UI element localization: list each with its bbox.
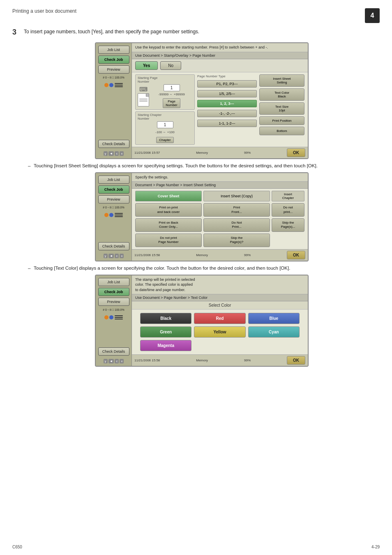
- page-header-title: Printing a user box document: [12, 8, 76, 14]
- screen1-type2-btn[interactable]: 1/5, 2/5---: [197, 90, 257, 97]
- screen2-nav-right[interactable]: x: [120, 254, 124, 258]
- screen1-status-icons: [104, 82, 123, 88]
- screen1-starting-chapter-value[interactable]: 1: [157, 121, 173, 128]
- screen1-text-color-btn[interactable]: Text Color Black: [259, 88, 304, 101]
- screen2-btn8[interactable]: Skip the Page(s)?: [203, 234, 270, 247]
- screen2-cover-sheet-header[interactable]: Cover Sheet: [135, 191, 202, 201]
- screen1-bottom-icons-row: y ◄ c x: [104, 151, 124, 156]
- screen2-btn6[interactable]: Skip the Page(s)...: [272, 218, 304, 232]
- screen2-check-details-button[interactable]: Check Details: [98, 242, 129, 250]
- screen1-starting-page-section: Starting PageNumber ⌨: [135, 74, 195, 110]
- screen2-insert-chapter-header[interactable]: Insert Chapter: [272, 191, 304, 201]
- screen2-insert-grid: Cover Sheet Insert Sheet (Copy) Insert C…: [132, 189, 308, 249]
- screen2-empty-cell: [272, 234, 304, 247]
- screen1-icon-orange: [104, 83, 108, 87]
- screen3-icon-blue: [109, 315, 113, 319]
- screen2-status-text: # 0→II □ 100.0%: [103, 206, 124, 209]
- screen3-ok-btn[interactable]: OK: [287, 356, 305, 365]
- screen2: Job List Check Job Preview # 0→II □ 100.…: [95, 172, 309, 261]
- screen1-nav-right[interactable]: x: [120, 151, 124, 156]
- screen2-btn5[interactable]: Do Not Print...: [203, 218, 270, 232]
- screen1-bottom-bar: 11/21/2006 15:57 Memory 99% OK: [132, 147, 308, 158]
- screen1-doc-thumb: [138, 93, 149, 106]
- screen1-keypad-icon: ⌨: [139, 86, 148, 92]
- screen3-blue-btn[interactable]: Blue: [248, 313, 300, 324]
- screen1-type5-btn[interactable]: 1-1, 1-2---: [197, 120, 257, 127]
- screen2-nav-left[interactable]: ◄: [108, 254, 114, 258]
- screen2-preview-button[interactable]: Preview: [98, 195, 129, 204]
- screen1-yes-button[interactable]: Yes: [135, 61, 158, 70]
- screen1: Job List Check Job Preview # 0→II □ 100.…: [95, 42, 309, 159]
- screen3-preview-button[interactable]: Preview: [98, 298, 129, 306]
- bullet1-text: Touching [Insert Sheet Setting] displays…: [28, 163, 380, 168]
- screen2-btn4[interactable]: Print on Back Cover Only...: [135, 218, 202, 232]
- screen3-cyan-btn[interactable]: Cyan: [248, 326, 300, 338]
- screen3-job-list-button[interactable]: Job List: [98, 278, 129, 286]
- screen3-magenta-btn[interactable]: Magenta: [140, 340, 191, 351]
- screen1-type3-btn[interactable]: 1, 2, 3---: [197, 100, 257, 107]
- screen1-msg-bar: Use the keypad to enter the starting num…: [132, 43, 308, 52]
- screen1-check-details-button[interactable]: Check Details: [98, 140, 129, 148]
- screen1-page-type-title: Page Number Type: [197, 74, 257, 78]
- screen1-preview-button[interactable]: Preview: [98, 65, 129, 74]
- screen2-nav-y[interactable]: y: [104, 254, 108, 258]
- screen3-left-panel: Job List Check Job Preview # 0→II □ 100.…: [96, 275, 132, 366]
- screen1-print-position-btn[interactable]: Print Position: [259, 116, 304, 125]
- screen1-insert-sheet-btn[interactable]: Insert Sheet Setting: [259, 74, 304, 87]
- screen2-job-list-button[interactable]: Job List: [98, 176, 129, 184]
- screen1-config-left: Starting PageNumber ⌨: [135, 74, 195, 145]
- screen2-ok-btn[interactable]: OK: [287, 251, 305, 259]
- screen2-bottom-status: y ◄ c x: [104, 254, 124, 258]
- screen3-check-job-button[interactable]: Check Job: [98, 288, 129, 296]
- screen1-starting-page-value[interactable]: 1: [164, 84, 180, 91]
- screen1-nav-mid[interactable]: c: [115, 151, 119, 156]
- screen1-icon-blue: [109, 83, 113, 87]
- screen1-doc-line3: [139, 101, 148, 102]
- screen3-nav-mid[interactable]: c: [115, 359, 119, 363]
- screen1-text-size-btn[interactable]: Text Size 10pt: [259, 102, 304, 115]
- screen2-status-row: # 0→II □ 100.0%: [97, 206, 130, 209]
- screen1-chapter-btn[interactable]: Chapter: [156, 137, 173, 143]
- screen2-btn7[interactable]: Do not print Page Number: [135, 234, 202, 247]
- screen2-btn1[interactable]: Print on print and back cover: [135, 203, 202, 217]
- screen3-breadcrumb: Use Document > Page Number > Text Color: [132, 294, 308, 301]
- screen1-job-list-button[interactable]: Job List: [98, 46, 129, 54]
- screen1-no-button[interactable]: No: [160, 61, 181, 70]
- screen1-yes-no-row: Yes No: [132, 59, 308, 72]
- screen3-black-btn[interactable]: Black: [140, 313, 191, 324]
- screen1-check-job-button[interactable]: Check Job: [98, 56, 129, 64]
- screen1-type4-btn[interactable]: -1-, -2-,---: [197, 110, 257, 117]
- screen1-bottom-btn[interactable]: Bottom: [259, 127, 304, 135]
- screen3-lines-icon: [114, 314, 123, 320]
- screen1-breadcrumb: Use Document > Stamp/Overlay > Page Numb…: [132, 52, 308, 59]
- screen3-nav-right[interactable]: x: [120, 359, 124, 363]
- screen1-main-panel: Use the keypad to enter the starting num…: [132, 43, 308, 158]
- screen2-container: Job List Check Job Preview # 0→II □ 100.…: [24, 172, 380, 261]
- bullet2-text: Touching [Text Color] displays a screen …: [28, 266, 380, 271]
- screen3-green-btn[interactable]: Green: [140, 326, 191, 338]
- screen2-btn3[interactable]: Do not print...: [272, 203, 304, 217]
- screen2-nav-mid[interactable]: c: [115, 254, 119, 258]
- screen1-bottom-status: y ◄ c x: [104, 151, 124, 156]
- footer-page: 4-29: [371, 545, 380, 549]
- screen1-nav-y[interactable]: y: [104, 151, 108, 156]
- screen2-icon-orange: [104, 213, 108, 217]
- screen2-check-job-button[interactable]: Check Job: [98, 185, 129, 194]
- screen2-breadcrumb: Document > Page Number > Insert Sheet Se…: [132, 182, 308, 189]
- screen3-msg-bar: The stamp will be printed in selected co…: [132, 275, 308, 295]
- screen3-nav-left[interactable]: ◄: [108, 359, 114, 363]
- screen2-insert-sheet-copy-header[interactable]: Insert Sheet (Copy): [203, 191, 270, 201]
- screen3-yellow-btn[interactable]: Yellow: [194, 326, 245, 338]
- screen1-ok-btn[interactable]: OK: [287, 148, 305, 157]
- screen3-nav-y[interactable]: y: [104, 359, 108, 363]
- screen2-status-icons: [104, 212, 123, 218]
- screen2-msg-bar: Specify the settings.: [132, 173, 308, 182]
- screen1-memory-pct: 99%: [244, 151, 251, 155]
- screen3-check-details-button[interactable]: Check Details: [98, 347, 129, 356]
- screen3-red-btn[interactable]: Red: [194, 313, 245, 324]
- screen2-btn2[interactable]: Print Front...: [203, 203, 270, 217]
- screen1-page-number-btn[interactable]: PageNumber: [163, 98, 180, 108]
- screen1-nav-left[interactable]: ◄: [108, 151, 114, 156]
- screen1-type1-btn[interactable]: P1, P2, P3---: [197, 80, 257, 88]
- screen1-msg-text: Use the keypad to enter the starting num…: [135, 45, 268, 49]
